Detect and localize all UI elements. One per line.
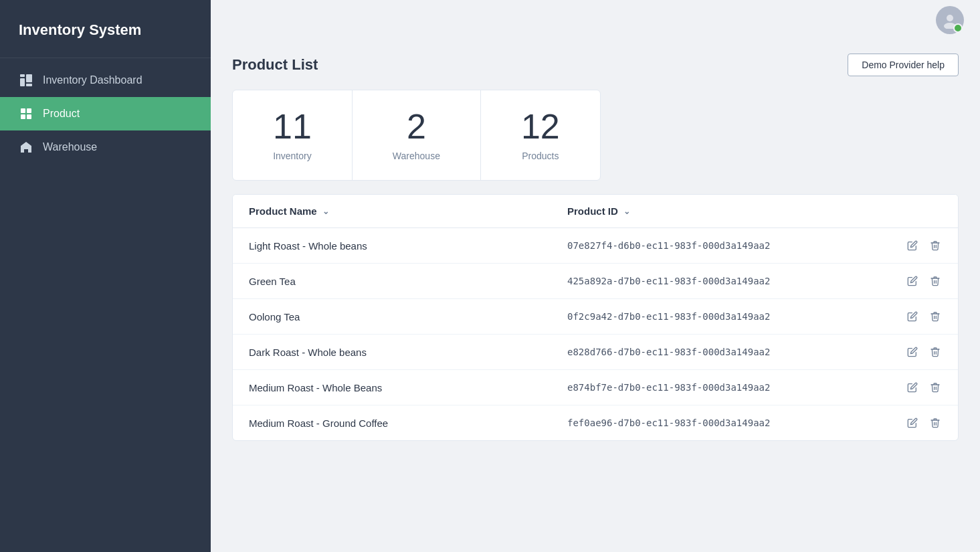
sidebar-item-inventory-dashboard[interactable]: Inventory Dashboard bbox=[0, 64, 211, 97]
sidebar-nav: Inventory Dashboard Product Warehouse bbox=[0, 64, 211, 164]
table-row: Medium Roast - Whole Beans e874bf7e-d7b0… bbox=[233, 370, 958, 405]
cell-product-name: Light Roast - Whole beans bbox=[249, 240, 567, 252]
svg-rect-1 bbox=[20, 78, 25, 86]
stat-card-warehouse: 2 Warehouse bbox=[353, 90, 481, 180]
stat-card-inventory: 11 Inventory bbox=[233, 90, 353, 180]
cell-product-id: 0f2c9a42-d7b0-ec11-983f-000d3a149aa2 bbox=[567, 311, 888, 322]
demo-provider-help-button[interactable]: Demo Provider help bbox=[848, 54, 959, 76]
sidebar-item-label: Warehouse bbox=[43, 141, 97, 153]
product-table: Product Name ⌄ Product ID ⌄ Light Roast … bbox=[232, 194, 959, 441]
cell-actions bbox=[888, 239, 942, 252]
cell-product-id: 425a892a-d7b0-ec11-983f-000d3a149aa2 bbox=[567, 276, 888, 286]
svg-rect-7 bbox=[27, 114, 31, 119]
sidebar-item-label: Inventory Dashboard bbox=[43, 74, 142, 86]
edit-button[interactable] bbox=[906, 239, 919, 252]
table-row: Dark Roast - Whole beans e828d766-d7b0-e… bbox=[233, 335, 958, 370]
cell-product-name: Dark Roast - Whole beans bbox=[249, 347, 567, 358]
cell-actions bbox=[888, 416, 942, 430]
cell-product-name: Oolong Tea bbox=[249, 311, 567, 323]
cell-actions bbox=[888, 310, 942, 323]
delete-button[interactable] bbox=[928, 345, 942, 359]
svg-rect-6 bbox=[21, 114, 25, 119]
cell-product-name: Medium Roast - Ground Coffee bbox=[249, 418, 567, 429]
edit-button[interactable] bbox=[906, 345, 919, 359]
table-row: Medium Roast - Ground Coffee fef0ae96-d7… bbox=[233, 405, 958, 440]
table-row: Oolong Tea 0f2c9a42-d7b0-ec11-983f-000d3… bbox=[233, 299, 958, 335]
header bbox=[211, 0, 980, 40]
delete-button[interactable] bbox=[928, 381, 942, 394]
stat-number-inventory: 11 bbox=[273, 109, 312, 144]
sidebar: Inventory System Inventory Dashboard bbox=[0, 0, 211, 552]
cell-product-name: Medium Roast - Whole Beans bbox=[249, 382, 567, 393]
content-area: Product List Demo Provider help 11 Inven… bbox=[211, 40, 980, 552]
edit-button[interactable] bbox=[906, 416, 919, 430]
stat-number-warehouse: 2 bbox=[393, 109, 440, 144]
chevron-down-icon: ⌄ bbox=[322, 207, 329, 216]
delete-button[interactable] bbox=[928, 416, 942, 430]
page-title: Product List bbox=[232, 56, 318, 74]
svg-rect-3 bbox=[26, 84, 32, 86]
stat-card-products: 12 Products bbox=[481, 90, 600, 180]
cell-actions bbox=[888, 381, 942, 394]
cell-product-id: e828d766-d7b0-ec11-983f-000d3a149aa2 bbox=[567, 347, 888, 357]
stat-number-products: 12 bbox=[521, 109, 560, 144]
stat-label-inventory: Inventory bbox=[273, 151, 312, 161]
edit-button[interactable] bbox=[906, 381, 919, 394]
chevron-down-icon: ⌄ bbox=[623, 207, 630, 216]
svg-rect-4 bbox=[21, 108, 25, 113]
stat-label-products: Products bbox=[521, 151, 560, 161]
svg-rect-2 bbox=[26, 74, 32, 82]
column-header-id[interactable]: Product ID ⌄ bbox=[567, 205, 888, 217]
page-header: Product List Demo Provider help bbox=[232, 54, 959, 76]
main-content: Product List Demo Provider help 11 Inven… bbox=[211, 0, 980, 552]
cell-actions bbox=[888, 274, 942, 288]
cell-product-id: 07e827f4-d6b0-ec11-983f-000d3a149aa2 bbox=[567, 240, 888, 251]
svg-point-9 bbox=[944, 23, 956, 29]
cell-product-name: Green Tea bbox=[249, 276, 567, 287]
warehouse-icon bbox=[19, 140, 33, 155]
product-icon bbox=[19, 106, 33, 121]
svg-rect-5 bbox=[27, 108, 31, 113]
table-body: Light Roast - Whole beans 07e827f4-d6b0-… bbox=[233, 228, 958, 440]
edit-button[interactable] bbox=[906, 274, 919, 288]
delete-button[interactable] bbox=[928, 239, 942, 252]
edit-button[interactable] bbox=[906, 310, 919, 323]
app-title: Inventory System bbox=[0, 0, 211, 58]
cell-actions bbox=[888, 345, 942, 359]
delete-button[interactable] bbox=[928, 274, 942, 288]
delete-button[interactable] bbox=[928, 310, 942, 323]
column-id-label: Product ID bbox=[567, 205, 618, 217]
stat-label-warehouse: Warehouse bbox=[393, 151, 440, 161]
table-header: Product Name ⌄ Product ID ⌄ bbox=[233, 195, 958, 228]
cell-product-id: e874bf7e-d7b0-ec11-983f-000d3a149aa2 bbox=[567, 382, 888, 393]
table-row: Green Tea 425a892a-d7b0-ec11-983f-000d3a… bbox=[233, 264, 958, 299]
cell-product-id: fef0ae96-d7b0-ec11-983f-000d3a149aa2 bbox=[567, 418, 888, 428]
stats-row: 11 Inventory 2 Warehouse 12 Products bbox=[232, 90, 601, 181]
sidebar-item-label: Product bbox=[43, 108, 80, 120]
column-header-name[interactable]: Product Name ⌄ bbox=[249, 205, 567, 217]
avatar bbox=[936, 6, 964, 34]
sidebar-item-product[interactable]: Product bbox=[0, 97, 211, 130]
sidebar-item-warehouse[interactable]: Warehouse bbox=[0, 130, 211, 164]
svg-rect-0 bbox=[20, 74, 25, 77]
column-name-label: Product Name bbox=[249, 205, 317, 217]
svg-point-8 bbox=[947, 15, 953, 21]
table-row: Light Roast - Whole beans 07e827f4-d6b0-… bbox=[233, 228, 958, 264]
dashboard-icon bbox=[19, 73, 33, 88]
